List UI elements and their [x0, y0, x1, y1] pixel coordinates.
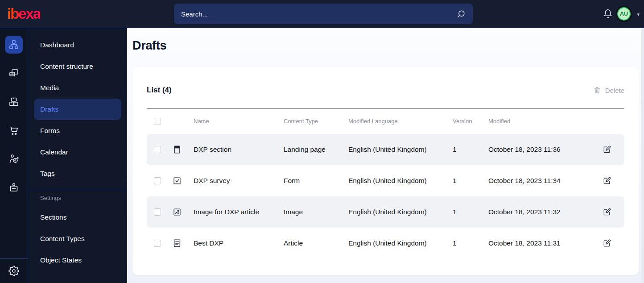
avatar-initials: AU [620, 11, 628, 17]
boxes-icon [8, 96, 19, 107]
table-row[interactable]: Image for DXP article Image English (Uni… [147, 196, 624, 228]
nav-personalization-item[interactable] [5, 150, 23, 168]
sidebar-item-content-types[interactable]: Content Types [28, 228, 127, 250]
sidebar-item-drafts[interactable]: Drafts [34, 99, 121, 120]
edit-icon [603, 145, 611, 154]
row-checkbox[interactable] [154, 177, 161, 184]
ibexa-logo[interactable]: ibexa [7, 5, 40, 22]
sidebar-item-content-structure[interactable]: Content structure [28, 56, 127, 77]
row-checkbox[interactable] [154, 208, 161, 216]
column-header-content-type: Content Type [276, 118, 341, 125]
edit-button[interactable] [603, 238, 612, 248]
gear-icon [8, 266, 19, 276]
sidebar-item-tags[interactable]: Tags [28, 163, 127, 184]
landing-page-icon [172, 145, 182, 154]
cart-icon [8, 125, 19, 136]
select-all-checkbox[interactable] [154, 118, 161, 125]
sidebar-menu: Dashboard Content structure Media Drafts… [28, 28, 127, 283]
article-icon [172, 238, 182, 248]
table-header-row: Name Content Type Modified Language Vers… [147, 108, 624, 134]
delete-button-label: Delete [605, 87, 624, 94]
row-name[interactable]: Image for DXP article [186, 208, 276, 216]
icon-rail [0, 28, 28, 283]
row-language: English (United Kingdom) [341, 239, 445, 247]
sidebar-item-calendar[interactable]: Calendar [28, 142, 127, 163]
scrollbar[interactable] [641, 28, 644, 283]
row-version: 1 [445, 239, 481, 247]
row-content-type: Image [276, 208, 341, 216]
table-row[interactable]: Best DXP Article English (United Kingdom… [147, 228, 624, 259]
edit-icon [603, 176, 611, 185]
edit-icon [603, 239, 611, 248]
notifications-bell-icon[interactable] [603, 9, 613, 19]
nav-corporate-item[interactable] [5, 179, 23, 196]
sidebar-item-dashboard[interactable]: Dashboard [28, 34, 127, 56]
column-header-modified-language: Modified Language [341, 118, 445, 125]
row-checkbox[interactable] [154, 146, 161, 153]
edit-icon [603, 208, 611, 216]
table-row[interactable]: DXP section Landing page English (United… [147, 134, 624, 165]
search-icon[interactable] [457, 9, 466, 18]
row-name[interactable]: Best DXP [186, 239, 276, 247]
list-card-header: List (4) Delete [147, 81, 624, 99]
row-language: English (United Kingdom) [341, 208, 445, 216]
search-input[interactable] [181, 10, 457, 18]
row-modified: October 18, 2023 11:31 [481, 239, 590, 247]
topbar: ibexa AU ▾ [0, 0, 644, 28]
row-content-type: Landing page [276, 146, 341, 154]
row-version: 1 [445, 146, 481, 154]
nav-content-item[interactable] [5, 36, 23, 54]
row-modified: October 18, 2023 11:34 [481, 177, 590, 185]
form-icon [172, 176, 182, 186]
sidebar-item-sections[interactable]: Sections [28, 207, 127, 228]
nav-product-catalog-item[interactable] [5, 93, 23, 111]
row-version: 1 [445, 177, 481, 185]
row-name[interactable]: DXP survey [186, 177, 276, 185]
edit-button[interactable] [603, 176, 612, 186]
main-content: Drafts List (4) Delete Name Content Type… [127, 28, 644, 283]
delete-button[interactable]: Delete [593, 86, 624, 94]
global-search [174, 4, 473, 24]
row-content-type: Form [276, 177, 341, 185]
nav-pages-item[interactable] [5, 64, 23, 82]
table-row[interactable]: DXP survey Form English (United Kingdom)… [147, 165, 624, 196]
image-icon [172, 207, 182, 217]
row-language: English (United Kingdom) [341, 146, 445, 154]
nav-commerce-item[interactable] [5, 121, 23, 139]
row-modified: October 18, 2023 11:36 [481, 146, 590, 154]
sidebar-item-forms[interactable]: Forms [28, 120, 127, 142]
trash-icon [593, 86, 601, 94]
sitemap-icon [8, 39, 19, 50]
column-header-version: Version [445, 118, 481, 125]
nav-admin-item[interactable] [5, 262, 23, 280]
settings-section-label: Settings [28, 190, 127, 207]
column-header-name: Name [186, 118, 276, 125]
chevron-down-icon[interactable]: ▾ [637, 12, 640, 17]
avatar[interactable]: AU [617, 7, 631, 21]
row-language: English (United Kingdom) [341, 177, 445, 185]
drafts-table: Name Content Type Modified Language Vers… [147, 108, 624, 259]
pages-icon [8, 68, 19, 79]
edit-button[interactable] [603, 145, 612, 154]
page-title: Drafts [132, 39, 166, 53]
list-count-title: List (4) [147, 86, 172, 95]
sidebar-item-object-states[interactable]: Object States [28, 250, 127, 271]
row-modified: October 18, 2023 11:32 [481, 208, 590, 216]
row-content-type: Article [276, 239, 341, 247]
drafts-list-card: List (4) Delete Name Content Type Modifi… [132, 67, 639, 275]
row-name[interactable]: DXP section [186, 146, 276, 154]
rail-bottom [0, 258, 28, 283]
row-checkbox[interactable] [154, 240, 161, 247]
badge-icon [8, 182, 19, 193]
target-person-icon [8, 154, 19, 164]
column-header-modified: Modified [481, 118, 590, 125]
edit-button[interactable] [603, 207, 612, 217]
row-version: 1 [445, 208, 481, 216]
sidebar-item-media[interactable]: Media [28, 77, 127, 99]
